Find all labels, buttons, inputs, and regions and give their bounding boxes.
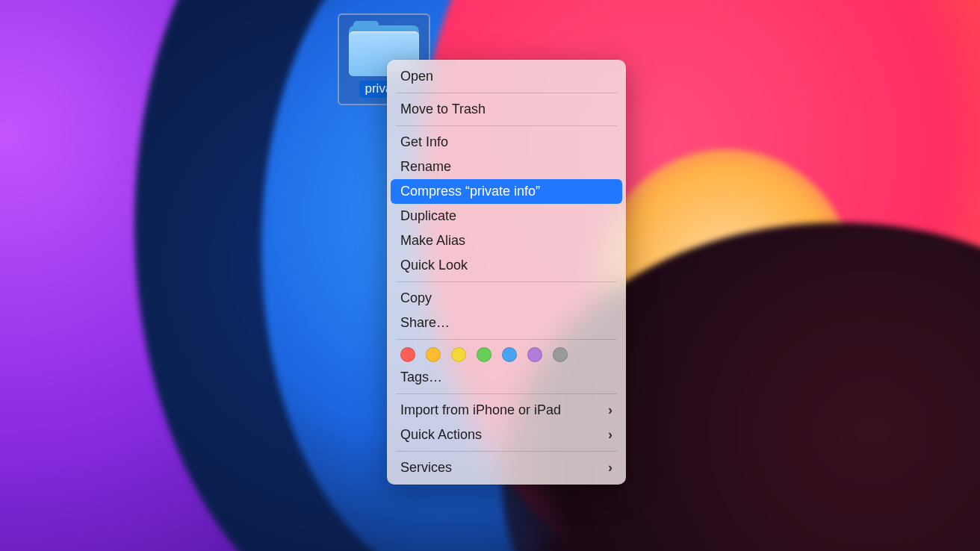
menu-item-copy[interactable]: Copy — [387, 286, 626, 311]
menu-separator — [396, 125, 617, 126]
menu-item-label: Quick Look — [400, 258, 468, 273]
desktop[interactable]: private Open Move to Trash Get Info Rena… — [0, 0, 980, 551]
menu-item-label: Tags… — [400, 370, 442, 385]
menu-item-label: Quick Actions — [400, 427, 482, 443]
menu-item-label: Move to Trash — [400, 102, 486, 117]
menu-item-label: Get Info — [400, 134, 448, 150]
chevron-right-icon: › — [608, 427, 612, 443]
menu-item-quick-look[interactable]: Quick Look — [387, 253, 626, 278]
menu-item-label: Compress “private info” — [400, 184, 540, 199]
tag-color-blue[interactable] — [502, 347, 517, 362]
tag-color-red[interactable] — [400, 347, 415, 362]
menu-item-share[interactable]: Share… — [387, 311, 626, 335]
menu-item-label: Open — [400, 69, 433, 84]
menu-separator — [396, 93, 617, 93]
context-menu: Open Move to Trash Get Info Rename Compr… — [387, 60, 626, 485]
menu-item-import-from-iphone[interactable]: Import from iPhone or iPad › — [387, 398, 626, 423]
menu-item-duplicate[interactable]: Duplicate — [387, 204, 626, 228]
menu-item-tags[interactable]: Tags… — [387, 365, 626, 390]
menu-item-label: Make Alias — [400, 233, 465, 249]
menu-separator — [396, 281, 617, 282]
chevron-right-icon: › — [608, 460, 612, 476]
tag-color-gray[interactable] — [553, 347, 568, 362]
menu-item-compress[interactable]: Compress “private info” — [391, 179, 622, 204]
chevron-right-icon: › — [608, 402, 612, 418]
tag-color-green[interactable] — [477, 347, 491, 362]
tag-color-orange[interactable] — [426, 347, 441, 362]
menu-item-get-info[interactable]: Get Info — [387, 130, 626, 155]
menu-item-rename[interactable]: Rename — [387, 155, 626, 179]
menu-item-label: Duplicate — [400, 208, 456, 224]
menu-item-label: Copy — [400, 290, 432, 306]
menu-item-open[interactable]: Open — [387, 64, 626, 89]
menu-separator — [396, 451, 617, 452]
menu-item-label: Services — [400, 460, 452, 476]
tag-color-yellow[interactable] — [451, 347, 466, 362]
menu-item-label: Import from iPhone or iPad — [400, 402, 561, 418]
menu-item-label: Share… — [400, 315, 450, 331]
tag-color-purple[interactable] — [527, 347, 542, 362]
menu-separator — [396, 393, 617, 394]
menu-item-quick-actions[interactable]: Quick Actions › — [387, 423, 626, 447]
menu-item-services[interactable]: Services › — [387, 455, 626, 480]
menu-item-label: Rename — [400, 159, 451, 175]
menu-separator — [396, 339, 617, 340]
tag-color-row — [387, 343, 626, 365]
menu-item-make-alias[interactable]: Make Alias — [387, 228, 626, 253]
menu-item-move-to-trash[interactable]: Move to Trash — [387, 97, 626, 122]
